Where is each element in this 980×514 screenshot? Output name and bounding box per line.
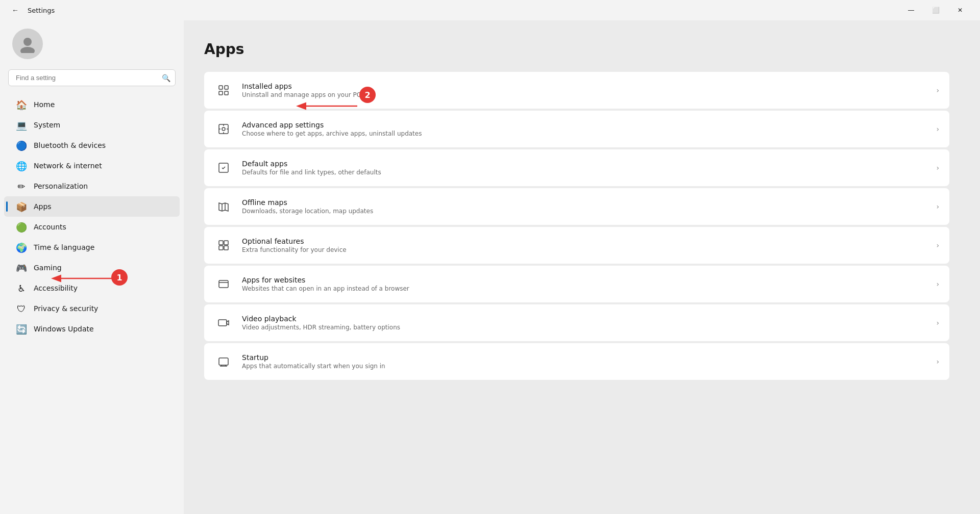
sidebar-item-label: Apps [34,202,52,211]
svg-rect-14 [218,320,227,326]
apps-for-websites-icon [214,275,233,293]
svg-rect-15 [219,358,228,365]
sidebar-item-personalization[interactable]: ✏️ Personalization [4,176,180,196]
svg-rect-11 [219,246,223,250]
sidebar-item-home[interactable]: 🏠 Home [4,94,180,115]
gaming-icon: 🎮 [16,263,27,273]
personalization-icon: ✏️ [16,181,27,191]
user-avatar-section [0,20,184,69]
video-playback-icon [214,314,233,332]
setting-desc-installed-apps: Uninstall and manage apps on your PC [242,91,927,98]
setting-title-installed-apps: Installed apps [242,82,927,90]
accounts-icon: 🟢 [16,222,27,232]
setting-desc-apps-for-websites: Websites that can open in an app instead… [242,285,927,292]
sidebar-item-time[interactable]: 🌍 Time & language [4,237,180,258]
setting-title-optional-features: Optional features [242,237,927,245]
time-icon: 🌍 [16,242,27,252]
sidebar-item-label: Bluetooth & devices [34,141,106,149]
setting-desc-video-playback: Video adjustments, HDR streaming, batter… [242,324,927,331]
home-icon: 🏠 [16,99,27,110]
sidebar-item-label: Gaming [34,264,62,272]
search-input[interactable] [8,69,176,86]
content-area: Apps Installed apps Uninstall and manage… [184,20,980,514]
network-icon: 🌐 [16,161,27,171]
settings-list: Installed apps Uninstall and manage apps… [204,72,949,380]
setting-item-optional-features[interactable]: Optional features Extra functionality fo… [204,227,949,264]
setting-title-startup: Startup [242,353,927,362]
setting-item-default-apps[interactable]: Default apps Defaults for file and link … [204,149,949,186]
sidebar-item-accounts[interactable]: 🟢 Accounts [4,217,180,237]
svg-rect-9 [219,241,223,245]
svg-rect-10 [224,241,228,245]
svg-rect-3 [219,91,223,95]
sidebar-item-label: Privacy & security [34,304,98,313]
sidebar: 🔍 🏠 Home 💻 System 🔵 Bluetooth & devices … [0,20,184,514]
apps-icon: 📦 [16,201,27,212]
svg-point-0 [23,38,32,46]
sidebar-item-label: Personalization [34,182,88,190]
sidebar-item-network[interactable]: 🌐 Network & internet [4,156,180,176]
sidebar-item-gaming[interactable]: 🎮 Gaming [4,258,180,278]
nav-menu: 🏠 Home 💻 System 🔵 Bluetooth & devices 🌐 … [0,94,184,339]
chevron-right-icon: › [936,202,939,211]
setting-item-installed-apps[interactable]: Installed apps Uninstall and manage apps… [204,72,949,109]
setting-title-video-playback: Video playback [242,315,927,323]
accessibility-icon: ♿ [16,283,27,293]
search-box: 🔍 [8,69,176,86]
chevron-right-icon: › [936,86,939,94]
sidebar-item-label: Windows Update [34,325,94,333]
sidebar-item-system[interactable]: 💻 System [4,115,180,135]
offline-maps-icon [214,197,233,216]
update-icon: 🔄 [16,324,27,334]
sidebar-item-label: Home [34,100,55,109]
svg-rect-4 [225,86,228,89]
title-bar: ← Settings — ⬜ ✕ [0,0,980,20]
svg-point-7 [222,127,225,131]
privacy-icon: 🛡 [16,303,27,314]
sidebar-item-bluetooth[interactable]: 🔵 Bluetooth & devices [4,135,180,156]
setting-desc-default-apps: Defaults for file and link types, other … [242,169,927,176]
chevron-right-icon: › [936,241,939,249]
setting-item-advanced-app-settings[interactable]: Advanced app settings Choose where to ge… [204,111,949,147]
setting-title-apps-for-websites: Apps for websites [242,276,927,284]
sidebar-item-update[interactable]: 🔄 Windows Update [4,319,180,339]
app-title: Settings [28,7,55,14]
minimize-button[interactable]: — [899,3,923,18]
svg-rect-5 [225,91,228,95]
svg-rect-2 [219,86,223,89]
svg-point-1 [20,47,35,53]
startup-icon [214,352,233,371]
maximize-button[interactable]: ⬜ [924,3,947,18]
setting-title-default-apps: Default apps [242,160,927,168]
setting-item-offline-maps[interactable]: Offline maps Downloads, storage location… [204,188,949,225]
setting-item-apps-for-websites[interactable]: Apps for websites Websites that can open… [204,266,949,302]
avatar [12,29,43,59]
advanced-app-settings-icon [214,120,233,138]
setting-desc-startup: Apps that automatically start when you s… [242,363,927,370]
chevron-right-icon: › [936,357,939,366]
sidebar-item-apps[interactable]: 📦 Apps [4,196,180,217]
chevron-right-icon: › [936,164,939,172]
optional-features-icon [214,236,233,254]
chevron-right-icon: › [936,319,939,327]
svg-rect-13 [219,280,228,288]
sidebar-item-label: System [34,121,60,129]
setting-desc-advanced-app-settings: Choose where to get apps, archive apps, … [242,130,927,137]
close-button[interactable]: ✕ [948,3,972,18]
sidebar-item-accessibility[interactable]: ♿ Accessibility [4,278,180,298]
setting-title-advanced-app-settings: Advanced app settings [242,121,927,129]
setting-item-startup[interactable]: Startup Apps that automatically start wh… [204,343,949,380]
sidebar-item-privacy[interactable]: 🛡 Privacy & security [4,298,180,319]
page-title: Apps [204,41,949,58]
sidebar-item-label: Network & internet [34,162,102,170]
bluetooth-icon: 🔵 [16,140,27,150]
chevron-right-icon: › [936,280,939,288]
chevron-right-icon: › [936,125,939,133]
setting-desc-optional-features: Extra functionality for your device [242,246,927,253]
back-button[interactable]: ← [8,3,22,17]
svg-rect-12 [224,246,228,250]
installed-apps-icon [214,81,233,99]
setting-item-video-playback[interactable]: Video playback Video adjustments, HDR st… [204,304,949,341]
sidebar-item-label: Accounts [34,223,66,231]
sidebar-item-label: Time & language [34,243,94,251]
